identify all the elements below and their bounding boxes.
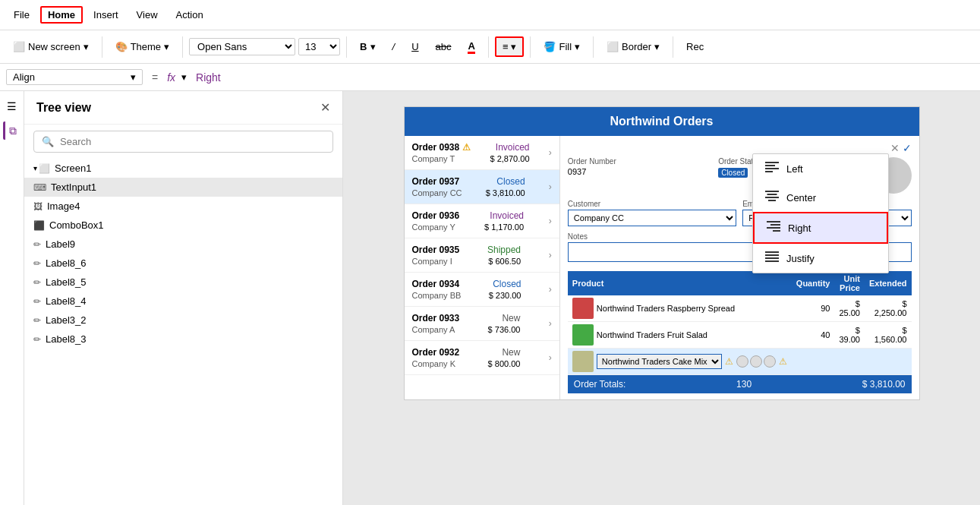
tree-item-label9[interactable]: ✏ Label9 [24, 235, 342, 254]
order-item-0936[interactable]: Order 0936 Company Y Invoiced $ 1,170.00… [405, 204, 559, 238]
unit-price-col-header: Unit Price [834, 271, 865, 295]
order-0933-status: New [502, 313, 520, 324]
order-item-0934[interactable]: Order 0934 Company BB Closed $ 230.00 › [405, 273, 559, 307]
detail-close-button[interactable]: ✕ [890, 142, 900, 154]
order-0933-id: Order 0933 [412, 313, 460, 324]
product-price-1: $ 25.00 [834, 295, 865, 322]
menu-insert[interactable]: Insert [86, 6, 126, 24]
rec-button[interactable]: Rec [679, 37, 711, 56]
order-0932-status: New [502, 347, 520, 358]
product-extended-2: $ 1,560.00 [865, 322, 912, 349]
order-number-field: Order Number 0937 [568, 157, 712, 194]
rec-label: Rec [686, 41, 704, 52]
control-circle-3[interactable] [764, 355, 776, 368]
order-0934-amount: $ 230.00 [489, 291, 522, 300]
order-number-label: Order Number [568, 157, 712, 166]
menu-bar: File Home Insert View Action [0, 0, 980, 30]
order-0933-company: Company A [412, 325, 460, 334]
control-circle-1[interactable] [736, 355, 748, 368]
theme-button[interactable]: 🎨 Theme ▾ [109, 37, 176, 56]
sidebar-layers-icon[interactable]: ⧉ [3, 122, 21, 140]
font-color-button[interactable]: A [461, 36, 481, 58]
order-0934-id: Order 0934 [412, 279, 460, 289]
chevron-down-icon-4: ▾ [511, 41, 516, 52]
product-select-3[interactable]: Northwind Traders Cake Mix [597, 354, 722, 369]
svg-rect-4 [765, 191, 779, 192]
customer-select[interactable]: Company CC [568, 210, 736, 226]
fill-label: Fill [559, 41, 572, 52]
product-extended-3 [865, 349, 912, 375]
tree-item-screen1[interactable]: ▾ ⬜ Screen1 [24, 159, 342, 178]
font-size-select[interactable]: 13 [298, 38, 340, 55]
quantity-col-header: Quantity [792, 271, 835, 295]
tree-item-label3-2[interactable]: ✏ Label3_2 [24, 311, 342, 330]
align-button[interactable]: ≡ ▾ [495, 36, 525, 57]
product-row-3[interactable]: Northwind Traders Cake Mix ⚠ [568, 349, 912, 375]
italic-button[interactable]: / [386, 37, 402, 56]
order-0935-amount: $ 606.50 [488, 257, 521, 266]
order-item-0937[interactable]: Order 0937 Company CC Closed $ 3,810.00 … [405, 170, 559, 204]
tree-item-textinput1[interactable]: ⌨ TextInput1 [24, 178, 342, 197]
svg-rect-9 [770, 224, 780, 226]
align-justify-option[interactable]: Justify [753, 244, 888, 273]
detail-toolbar: ✕ ✓ [568, 142, 912, 154]
svg-rect-15 [765, 260, 779, 262]
tree-item-label8-3[interactable]: ✏ Label8_3 [24, 330, 342, 349]
tree-item-label8-6[interactable]: ✏ Label8_6 [24, 254, 342, 273]
menu-action[interactable]: Action [169, 6, 211, 24]
order-0937-company: Company CC [412, 188, 462, 197]
product-row-1[interactable]: Northwind Traders Raspberry Spread 90 $ … [568, 295, 912, 322]
formula-name-box[interactable]: Align ▾ [6, 69, 143, 85]
italic-icon: / [392, 41, 395, 52]
order-item-0935[interactable]: Order 0935 Company I Shipped $ 606.50 › [405, 238, 559, 273]
combobox-icon: ⬛ [33, 220, 45, 231]
strikethrough-button[interactable]: abc [429, 37, 458, 56]
separator-3 [346, 36, 347, 58]
align-center-option[interactable]: Center [753, 183, 888, 212]
new-screen-button[interactable]: ⬜ New screen ▾ [6, 37, 96, 56]
svg-rect-11 [773, 230, 780, 232]
order-totals-label: Order Totals: [574, 379, 625, 390]
extended-col-header: Extended [865, 271, 912, 295]
svg-rect-8 [767, 221, 780, 223]
theme-icon: 🎨 [115, 41, 128, 52]
align-right-option[interactable]: Right [753, 212, 888, 244]
separator-4 [488, 36, 489, 58]
tree-panel: Tree view ✕ 🔍 ▾ ⬜ Screen1 ⌨ TextInput1 🖼… [24, 91, 343, 505]
menu-home[interactable]: Home [40, 6, 83, 24]
border-button[interactable]: ⬜ Border ▾ [600, 37, 666, 56]
search-input[interactable] [60, 136, 325, 147]
fill-button[interactable]: 🪣 Fill ▾ [537, 37, 587, 56]
tree-item-label8-5[interactable]: ✏ Label8_5 [24, 273, 342, 292]
sidebar-menu-icon[interactable]: ☰ [3, 97, 21, 115]
order-item-0932[interactable]: Order 0932 Company K New $ 800.00 › [405, 341, 559, 375]
formula-bar: Align ▾ = fx ▾ Right [0, 64, 980, 91]
tree-close-button[interactable]: ✕ [320, 100, 330, 115]
tree-item-image4[interactable]: 🖼 Image4 [24, 197, 342, 216]
nw-header: Northwind Orders [405, 107, 919, 136]
tree-title: Tree view [36, 101, 91, 115]
menu-file[interactable]: File [6, 6, 37, 24]
label-icon-5: ✏ [33, 315, 41, 326]
svg-rect-6 [765, 197, 779, 198]
align-left-option[interactable]: Left [753, 154, 888, 183]
control-circle-2[interactable] [750, 355, 762, 368]
new-screen-icon: ⬜ [13, 41, 25, 52]
chevron-down-icon-3: ▾ [370, 41, 376, 52]
customer-label: Customer [568, 200, 736, 208]
tree-item-combobox1[interactable]: ⬛ ComboBox1 [24, 216, 342, 235]
underline-button[interactable]: U [405, 37, 425, 56]
order-item-0938[interactable]: Order 0938 ⚠ Company T Invoiced $ 2,870.… [405, 136, 559, 170]
detail-confirm-button[interactable]: ✓ [903, 142, 912, 154]
tree-item-label8-4[interactable]: ✏ Label8_4 [24, 292, 342, 311]
product-row-2[interactable]: Northwind Traders Fruit Salad 40 $ 39.00… [568, 322, 912, 349]
product-img-1 [572, 298, 594, 319]
bold-button[interactable]: B ▾ [353, 37, 382, 56]
nw-footer: Order Totals: 130 $ 3,810.00 [568, 375, 912, 393]
order-item-0933[interactable]: Order 0933 Company A New $ 736.00 › [405, 307, 559, 341]
order-0935-id: Order 0935 [412, 245, 460, 255]
order-0937-amount: $ 3,810.00 [486, 188, 525, 197]
font-family-select[interactable]: Open Sans [189, 38, 295, 55]
textinput1-label: TextInput1 [51, 181, 96, 193]
menu-view[interactable]: View [129, 6, 165, 24]
